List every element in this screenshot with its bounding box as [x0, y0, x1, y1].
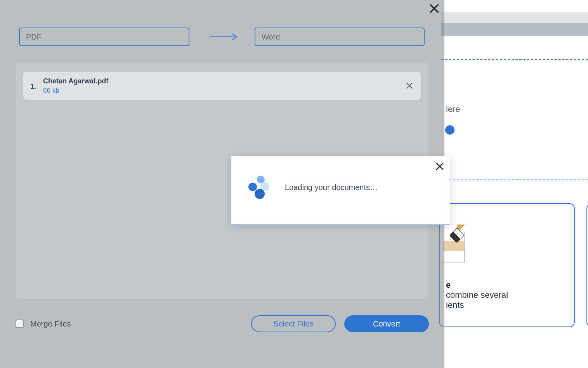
bg-strip-light: [441, 0, 588, 12]
feature-card-title-fragment: e: [446, 280, 451, 290]
drop-hint-fragment: iere: [446, 104, 460, 114]
loading-dialog: Loading your documents…: [231, 156, 450, 225]
dashed-divider: [441, 180, 588, 180]
remove-file-button[interactable]: [405, 81, 414, 90]
select-files-label: Select Files: [273, 320, 313, 328]
close-panel-button[interactable]: [429, 3, 440, 14]
close-icon: [429, 3, 440, 14]
arrow-right-icon: [210, 33, 238, 41]
close-icon: [405, 81, 414, 90]
feature-card-desc-line1: combine several: [446, 290, 508, 300]
file-index: 1.: [30, 83, 36, 91]
target-format-select[interactable]: Word: [255, 28, 425, 46]
source-format-select[interactable]: PDF: [19, 28, 189, 46]
bg-strip-dark: [441, 23, 588, 36]
merge-files-checkbox[interactable]: [16, 320, 24, 328]
file-row: 1. Chetan Agarwal.pdf 66 kb: [23, 72, 421, 100]
file-size: 66 kb: [43, 87, 108, 95]
bg-strip-mid: [441, 12, 588, 23]
feature-card-desc-line2: ients: [446, 300, 464, 310]
file-name: Chetan Agarwal.pdf: [43, 77, 108, 85]
dashed-divider: [441, 59, 588, 60]
background-right-column: iere e combine several ients: [441, 0, 588, 368]
loading-message: Loading your documents…: [285, 183, 378, 192]
close-dialog-button[interactable]: [435, 162, 444, 171]
select-files-button[interactable]: Select Files: [251, 315, 336, 332]
spinner-icon: [247, 175, 272, 200]
convert-button[interactable]: Convert: [344, 315, 429, 332]
plus-circle-icon: [445, 125, 454, 135]
close-icon: [435, 162, 444, 171]
merge-files-label: Merge Files: [30, 320, 71, 328]
file-meta: Chetan Agarwal.pdf 66 kb: [43, 77, 108, 95]
source-format-label: PDF: [26, 33, 42, 41]
convert-label: Convert: [373, 320, 400, 328]
target-format-label: Word: [262, 33, 280, 41]
feature-card-next[interactable]: [586, 203, 588, 327]
panel-bottom-bar: Merge Files Select Files Convert: [16, 314, 429, 333]
